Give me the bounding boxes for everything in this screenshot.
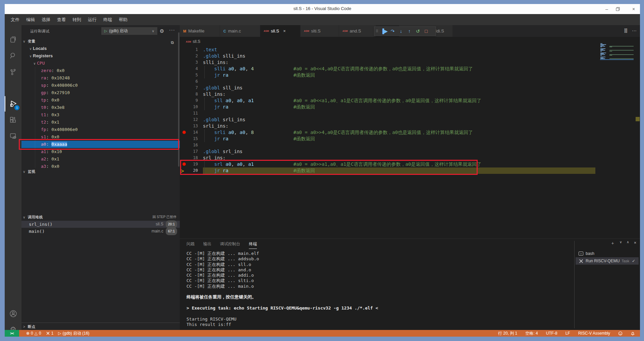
code-line[interactable]: 10 jr ra #函数返回	[180, 104, 640, 110]
tree-item-registers[interactable]: ∨Registers	[21, 52, 180, 60]
indentation[interactable]: 空格: 4	[523, 330, 540, 337]
step-over-icon[interactable]: ↷	[388, 28, 397, 34]
register-row[interactable]: a3: 0x0	[21, 163, 180, 168]
gutter[interactable]: ▷20	[180, 167, 203, 174]
more-actions-icon[interactable]: ···	[169, 27, 175, 32]
menu-item[interactable]: 查看	[54, 15, 69, 24]
stop-icon[interactable]: □	[422, 28, 430, 34]
register-row[interactable]: zero: 0x0	[21, 67, 180, 74]
panel-tab-item[interactable]: 输出	[203, 239, 211, 249]
code-line[interactable]: 11	[180, 110, 640, 117]
code-line[interactable]: ▷20 jr ra #函数返回	[180, 167, 640, 174]
gutter[interactable]: 14	[180, 129, 203, 136]
step-out-icon[interactable]: ↑	[405, 28, 414, 34]
gutter[interactable]: 15	[180, 136, 203, 142]
menu-item[interactable]: 运行	[85, 15, 100, 24]
tab-makefile[interactable]: MMakefile	[180, 25, 220, 37]
gutter[interactable]: 7	[180, 85, 203, 91]
code-line[interactable]: 8sll_ins:	[180, 91, 640, 97]
language-mode[interactable]: RISC-V Assembly	[576, 330, 612, 337]
code-line[interactable]: 14 srli a0, a0, 8 #a0 = a0>>4,a0是C语言调用者传…	[180, 129, 640, 136]
terminal-list-item[interactable]: Run RISCV-QEMUTask✓	[576, 257, 639, 265]
gutter[interactable]: 10	[180, 104, 203, 110]
register-row[interactable]: tp: 0x0	[21, 96, 180, 104]
gutter[interactable]: 6	[180, 78, 203, 85]
register-row[interactable]: s1: 0x0	[21, 133, 180, 141]
restore-button[interactable]	[616, 5, 625, 13]
debug-settings-gear-icon[interactable]: ⚙	[160, 28, 164, 34]
menu-item[interactable]: 终端	[100, 15, 115, 24]
register-row[interactable]: a1: 0x10	[21, 148, 180, 155]
restart-icon[interactable]: ↺	[414, 28, 422, 34]
register-row[interactable]: gp: 0x27910	[21, 89, 180, 96]
sidebar-scrollbar[interactable]	[178, 32, 179, 166]
code-line[interactable]: 6	[180, 78, 640, 85]
tab-slti-s[interactable]: ASMslti.S	[301, 25, 339, 37]
breakpoints-section-header[interactable]: > 断点	[21, 323, 180, 330]
breadcrumb[interactable]: ASM sll.S	[186, 38, 200, 45]
tree-item-cpu[interactable]: ∨CPU	[21, 60, 180, 67]
register-row[interactable]: t2: 0x1	[21, 119, 180, 126]
menu-item[interactable]: 编辑	[23, 15, 38, 24]
code-line[interactable]: 13srli_ins:	[180, 123, 640, 129]
breakpoint-dot[interactable]	[182, 131, 186, 134]
terminal-output[interactable]: CC -[M] 正在构建 ... main.elfCC -[M] 正在构建 ..…	[186, 251, 569, 327]
gutter[interactable]: 16	[180, 142, 203, 148]
register-row[interactable]: a2: 0x1	[21, 155, 180, 163]
start-debug-icon[interactable]: ▷	[104, 29, 107, 33]
panel-tab-active[interactable]: 终端	[249, 239, 257, 249]
eol-sequence[interactable]: LF	[563, 330, 573, 337]
tab-sll-s[interactable]: ASMsll.S×	[260, 25, 301, 37]
code-line[interactable]: 4 slli a0, a0, 4 #a0 = a0<<4,a0是C语言调用者传递…	[180, 66, 640, 72]
close-button[interactable]: ×	[629, 5, 638, 13]
gutter[interactable]: 13	[180, 123, 203, 129]
code-line[interactable]: 7.globl sll_ins	[180, 85, 640, 91]
remote-indicator[interactable]: ><	[5, 330, 19, 337]
register-row[interactable]: t0: 0x3e8	[21, 104, 180, 111]
watch-section-header[interactable]: ∨ 监视	[21, 168, 180, 175]
code-line[interactable]: 3slli_ins:	[180, 59, 640, 66]
code-line[interactable]: 18srl_ins:	[180, 155, 640, 161]
variables-section-header[interactable]: ∨ 变量 ⧉	[21, 38, 180, 45]
menu-item[interactable]: 转到	[69, 15, 85, 24]
debug-session-status[interactable]: ▷ (gdb) 启动 (16)	[56, 330, 92, 337]
tab-main-c[interactable]: Cmain.c	[220, 25, 260, 37]
panel-tab-item[interactable]: 调试控制台	[220, 239, 240, 249]
gutter[interactable]: 3	[180, 59, 203, 66]
explorer-icon[interactable]	[5, 32, 21, 47]
code-line[interactable]: 1.text	[180, 47, 640, 53]
run-and-debug-icon[interactable]: 1	[5, 96, 21, 112]
notifications-bell-icon[interactable]	[628, 330, 637, 337]
tab-and-s[interactable]: ASMand.S	[339, 25, 376, 37]
code-line[interactable]: 9 sll a0, a0, a1 #a0 = a0<<a1,a0、a1是C语言调…	[180, 97, 640, 104]
menu-item[interactable]: 选择	[38, 15, 54, 24]
cursor-position[interactable]: 行 20, 列 1	[496, 330, 520, 337]
continue-icon[interactable]: ▐▶	[380, 28, 388, 34]
register-row[interactable]: sp: 0x408006c0	[21, 82, 180, 89]
code-editor[interactable]: 1.text2.globl slli_ins3slli_ins:4 slli a…	[180, 47, 640, 174]
panel-divider[interactable]	[574, 241, 575, 328]
gutter[interactable]: 4	[180, 66, 203, 72]
code-line[interactable]: 16	[180, 142, 640, 148]
problems-status[interactable]: ⊗0 △0	[24, 330, 44, 337]
minimap[interactable]	[599, 43, 635, 90]
gutter[interactable]: 2	[180, 53, 203, 59]
code-line[interactable]: 17.globl srl_ins	[180, 148, 640, 155]
gutter[interactable]: 19	[180, 161, 203, 167]
gutter[interactable]: 5	[180, 72, 203, 78]
register-row[interactable]: t1: 0x3	[21, 111, 180, 119]
code-line[interactable]: 2.globl slli_ins	[180, 53, 640, 59]
more-actions-icon[interactable]: ···	[632, 28, 637, 33]
menu-item[interactable]: 帮助	[115, 15, 131, 24]
panel-tab-item[interactable]: 问题	[186, 239, 195, 249]
register-row[interactable]: ra: 0x10248	[21, 74, 180, 82]
account-icon[interactable]	[5, 306, 21, 321]
register-row[interactable]: a0: 0xaaaa	[21, 141, 180, 148]
remote-explorer-icon[interactable]	[5, 128, 21, 144]
breakpoint-dot[interactable]	[182, 162, 186, 166]
terminal-list-item[interactable]: >bash	[576, 250, 639, 257]
register-row[interactable]: fp: 0x408006e0	[21, 126, 180, 133]
gutter[interactable]: 12	[180, 117, 203, 123]
step-into-icon[interactable]: ↓	[397, 28, 405, 34]
callstack-section-header[interactable]: ∨ 调用堆栈 因 STEP 已暂停	[21, 213, 180, 221]
